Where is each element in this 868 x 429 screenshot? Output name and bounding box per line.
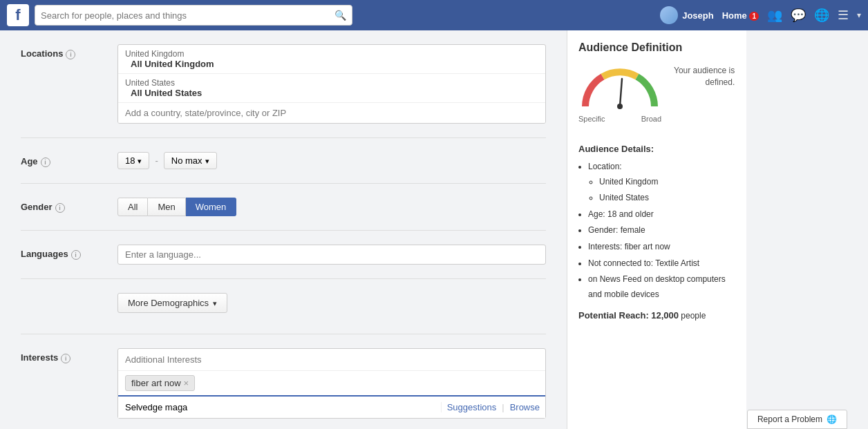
nav-user[interactable]: Joseph [660, 6, 714, 24]
gender-men-button[interactable]: Men [148, 198, 185, 216]
main-container: Locations i United Kingdom All United Ki… [0, 30, 868, 429]
interests-content: Additional Interests fiber art now × Sug… [117, 348, 546, 429]
location-us-all: All United States [125, 88, 538, 98]
location-box: United Kingdom All United Kingdom United… [117, 44, 546, 124]
gender-women-button[interactable]: Women [186, 198, 237, 216]
interest-tabs: Suggestions | Browse [441, 402, 545, 412]
languages-section: Languages i [21, 245, 546, 279]
age-min-dropdown[interactable]: 18 [117, 152, 149, 169]
gauge-chart [578, 65, 661, 113]
interest-tag[interactable]: fiber art now × [125, 375, 195, 391]
more-demographics-button[interactable]: More Demographics [117, 293, 227, 313]
audience-panel: Audience Definition Specific Broad [567, 30, 746, 429]
reach-unit: people [681, 311, 706, 321]
search-icon: 🔍 [334, 10, 346, 21]
gender-content: All Men Women [117, 198, 546, 216]
age-dash: - [155, 155, 158, 166]
browse-tab[interactable]: Browse [510, 402, 540, 412]
search-bar[interactable]: 🔍 [35, 5, 352, 26]
gender-section: Gender i All Men Women [21, 198, 546, 231]
location-detail-label: Location: [588, 162, 622, 171]
notifications-icon[interactable]: 🌐 [814, 8, 829, 23]
locations-info-icon[interactable]: i [66, 50, 75, 59]
not-connected-detail: Not connected to: Textile Artist [588, 256, 735, 271]
gauge-labels: Specific Broad [578, 115, 661, 123]
avatar [660, 6, 678, 24]
age-content: 18 - No max [117, 152, 546, 169]
home-badge: 1 [749, 12, 759, 21]
interests-header: Additional Interests [118, 349, 545, 371]
audience-status: Your audience is defined. [674, 65, 735, 88]
interests-detail: Interests: fiber art now [588, 240, 735, 255]
location-us-detail: United States [599, 191, 735, 206]
interests-label: Interests i [21, 348, 117, 363]
home-link[interactable]: Home 1 [722, 10, 759, 21]
friend-requests-icon[interactable]: 👥 [767, 8, 782, 23]
location-uk-all: All United Kingdom [125, 59, 538, 69]
age-section: Age i 18 - No max [21, 152, 546, 184]
nav-chevron-icon[interactable]: ▾ [857, 10, 861, 20]
svg-point-1 [617, 104, 623, 109]
age-info-icon[interactable]: i [41, 158, 50, 167]
form-panel: Locations i United Kingdom All United Ki… [0, 30, 567, 429]
audience-details-title: Audience Details: [578, 144, 735, 154]
reach-label: Potential Reach: [578, 310, 649, 321]
interests-section: Interests i Additional Interests fiber a… [21, 348, 546, 429]
nav-right: Joseph Home 1 👥 💬 🌐 ☰ ▾ [660, 6, 861, 24]
interests-info-icon[interactable]: i [61, 354, 70, 363]
interest-search-input[interactable] [118, 397, 441, 418]
location-uk-detail: United Kingdom [599, 175, 735, 190]
more-demographics-section: More Demographics [21, 293, 546, 327]
gauge-row: Specific Broad Your audience is defined. [578, 65, 735, 134]
locations-section: Locations i United Kingdom All United Ki… [21, 44, 546, 138]
age-max-chevron-icon [205, 155, 209, 166]
age-min-chevron-icon [138, 155, 142, 166]
location-add-input[interactable] [118, 103, 545, 123]
audience-title: Audience Definition [578, 41, 735, 54]
locations-label: Locations i [21, 44, 117, 59]
facebook-logo: f [7, 4, 29, 26]
languages-info-icon[interactable]: i [71, 250, 81, 260]
gauge-container: Specific Broad [578, 65, 661, 123]
gender-all-button[interactable]: All [117, 198, 148, 216]
interests-box: Additional Interests fiber art now × Sug… [117, 348, 546, 419]
report-problem-button[interactable]: Report a Problem 🌐 [747, 410, 847, 429]
gender-controls: All Men Women [117, 198, 546, 216]
gauge-specific-label: Specific [578, 115, 605, 123]
audience-details: Location: United Kingdom United States A… [578, 160, 735, 302]
messages-icon[interactable]: 💬 [791, 8, 806, 23]
search-input[interactable] [41, 10, 330, 21]
user-name: Joseph [682, 10, 714, 21]
age-label: Age i [21, 152, 117, 167]
svg-line-0 [620, 79, 622, 106]
gauge-broad-label: Broad [641, 115, 661, 123]
languages-content [117, 245, 546, 265]
suggestions-tab[interactable]: Suggestions [447, 402, 497, 412]
gender-label: Gender i [21, 198, 117, 213]
location-uk-country: United Kingdom [125, 49, 538, 59]
interest-tag-row: fiber art now × [118, 371, 545, 395]
remove-interest-icon[interactable]: × [184, 378, 189, 388]
interest-input-row: Suggestions | Browse [118, 395, 545, 418]
languages-label: Languages i [21, 245, 117, 260]
location-us: United States All United States [118, 74, 545, 103]
globe-icon: 🌐 [827, 414, 837, 424]
age-controls: 18 - No max [117, 152, 546, 169]
news-feed-detail: on News Feed on desktop computers and mo… [588, 272, 735, 302]
top-navigation: f 🔍 Joseph Home 1 👥 💬 🌐 ☰ ▾ [0, 0, 868, 30]
age-detail: Age: 18 and older [588, 207, 735, 222]
gender-info-icon[interactable]: i [55, 203, 65, 213]
language-input[interactable] [117, 245, 546, 265]
location-uk: United Kingdom All United Kingdom [118, 45, 545, 74]
account-icon[interactable]: ☰ [838, 8, 849, 23]
audience-reach: Potential Reach: 12,000 people [578, 310, 735, 321]
location-us-country: United States [125, 78, 538, 88]
age-max-dropdown[interactable]: No max [164, 152, 217, 169]
gender-detail: Gender: female [588, 223, 735, 238]
more-demographics-content: More Demographics [117, 293, 546, 313]
locations-content: United Kingdom All United Kingdom United… [117, 44, 546, 124]
section-divider [21, 334, 546, 334]
more-demographics-label-empty [21, 293, 117, 297]
more-demographics-chevron-icon [213, 298, 217, 308]
reach-count: 12,000 [651, 310, 679, 321]
